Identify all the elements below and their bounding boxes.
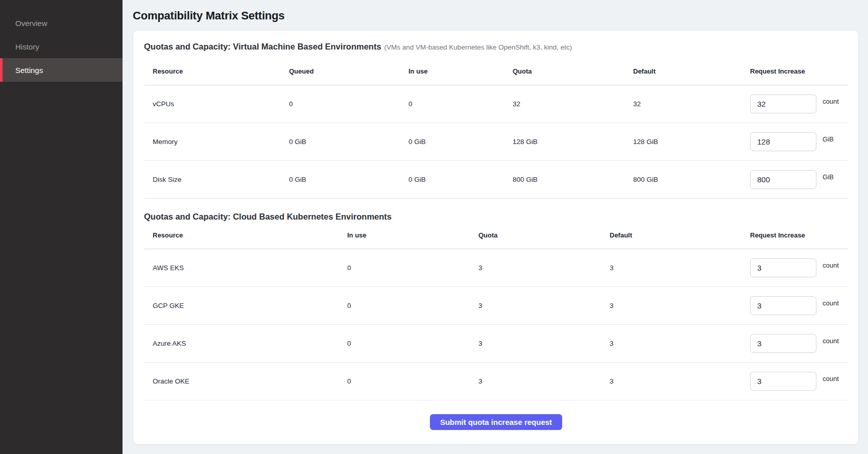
vm-col-queued: Queued <box>280 67 400 75</box>
oracle-oke-unit-label: count <box>823 375 839 383</box>
sidebar-item-overview-label: Overview <box>15 19 47 28</box>
gcp-gke-request-cell: count <box>741 296 848 315</box>
vcpus-unit-label: count <box>823 98 839 105</box>
gcp-gke-default-value: 3 <box>601 302 741 309</box>
submit-quota-increase-button[interactable]: Submit quota increase request <box>430 414 562 430</box>
aws-eks-request-cell: count <box>741 258 848 277</box>
vcpus-in-use-value: 0 <box>400 100 504 108</box>
memory-request-cell: GiB <box>741 132 848 151</box>
disk-default-value: 800 GiB <box>624 176 741 183</box>
gcp-gke-in-use-value: 0 <box>339 302 470 309</box>
vm-section-title: Quotas and Capacity: Virtual Machine Bas… <box>144 42 848 52</box>
quota-settings-card: Quotas and Capacity: Virtual Machine Bas… <box>133 30 859 445</box>
aws-eks-request-input[interactable] <box>750 258 816 277</box>
aws-eks-default-value: 3 <box>601 264 741 272</box>
oracle-oke-request-input[interactable] <box>750 372 816 391</box>
memory-queued-value: 0 GiB <box>280 138 400 146</box>
aws-eks-quota-value: 3 <box>470 264 601 272</box>
memory-quota-value: 128 GiB <box>504 138 624 146</box>
page-title: Compatibility Matrix Settings <box>133 9 859 22</box>
k8s-table-header-row: Resource In use Quota Default Request In… <box>144 223 848 249</box>
k8s-col-quota: Quota <box>470 231 601 239</box>
disk-unit-label: GiB <box>823 173 834 181</box>
vcpus-queued-value: 0 <box>280 100 400 108</box>
sidebar-item-settings[interactable]: Settings <box>0 58 123 82</box>
k8s-quota-table: Resource In use Quota Default Request In… <box>144 223 848 400</box>
vcpus-default-value: 32 <box>624 100 741 108</box>
gcp-gke-quota-value: 3 <box>470 302 601 309</box>
table-row-disk-size: Disk Size 0 GiB 0 GiB 800 GiB 800 GiB Gi… <box>144 161 848 199</box>
table-row-azure-aks: Azure AKS 0 3 3 count <box>144 325 848 363</box>
vm-col-resource: Resource <box>144 67 280 75</box>
memory-default-value: 128 GiB <box>624 138 741 146</box>
k8s-col-request-increase: Request Increase <box>741 231 848 239</box>
gcp-gke-request-input[interactable] <box>750 296 816 315</box>
disk-request-cell: GiB <box>741 170 848 189</box>
table-row-oracle-oke: Oracle OKE 0 3 3 count <box>144 363 848 400</box>
oracle-oke-request-cell: count <box>741 372 848 391</box>
table-row-gcp-gke: GCP GKE 0 3 3 count <box>144 287 848 325</box>
disk-queued-value: 0 GiB <box>280 176 400 183</box>
vcpus-request-input[interactable] <box>750 94 816 113</box>
memory-unit-label: GiB <box>823 135 834 143</box>
memory-resource-label: Memory <box>144 138 280 146</box>
table-row-aws-eks: AWS EKS 0 3 3 count <box>144 249 848 287</box>
memory-in-use-value: 0 GiB <box>400 138 504 146</box>
sidebar: Overview History Settings <box>0 0 123 454</box>
sidebar-item-settings-label: Settings <box>15 66 43 75</box>
vm-quota-table: Resource Queued In use Quota Default Req… <box>144 53 848 199</box>
vm-col-default: Default <box>624 67 741 75</box>
azure-aks-request-input[interactable] <box>750 334 816 353</box>
sidebar-item-history-label: History <box>15 42 39 51</box>
aws-eks-unit-label: count <box>823 261 839 269</box>
card-footer: Submit quota increase request <box>144 414 848 430</box>
vm-table-header-row: Resource Queued In use Quota Default Req… <box>144 53 848 85</box>
oracle-oke-quota-value: 3 <box>470 377 601 385</box>
table-row-memory: Memory 0 GiB 0 GiB 128 GiB 128 GiB GiB <box>144 123 848 161</box>
vcpus-quota-value: 32 <box>504 100 624 108</box>
oracle-oke-default-value: 3 <box>601 377 741 385</box>
vm-section-subtitle: (VMs and VM-based Kubernetes like OpenSh… <box>384 43 572 51</box>
k8s-col-resource: Resource <box>144 231 339 239</box>
azure-aks-unit-label: count <box>823 337 839 345</box>
oracle-oke-resource-label: Oracle OKE <box>144 377 339 385</box>
azure-aks-in-use-value: 0 <box>339 340 470 347</box>
k8s-col-default: Default <box>601 231 741 239</box>
aws-eks-in-use-value: 0 <box>339 264 470 272</box>
azure-aks-default-value: 3 <box>601 340 741 347</box>
vm-section-title-text: Quotas and Capacity: Virtual Machine Bas… <box>144 42 381 51</box>
disk-resource-label: Disk Size <box>144 176 280 183</box>
disk-in-use-value: 0 GiB <box>400 176 504 183</box>
azure-aks-resource-label: Azure AKS <box>144 340 339 347</box>
vm-col-request-increase: Request Increase <box>741 67 848 75</box>
sidebar-item-history[interactable]: History <box>0 35 123 58</box>
memory-request-input[interactable] <box>750 132 816 151</box>
azure-aks-request-cell: count <box>741 334 848 353</box>
disk-request-input[interactable] <box>750 170 816 189</box>
vm-col-in-use: In use <box>400 67 504 75</box>
azure-aks-quota-value: 3 <box>470 340 601 347</box>
disk-quota-value: 800 GiB <box>504 176 624 183</box>
oracle-oke-in-use-value: 0 <box>339 377 470 385</box>
sidebar-item-overview[interactable]: Overview <box>0 11 123 35</box>
gcp-gke-resource-label: GCP GKE <box>144 302 339 309</box>
gcp-gke-unit-label: count <box>823 299 839 307</box>
main-content: Compatibility Matrix Settings Quotas and… <box>123 0 868 454</box>
k8s-col-in-use: In use <box>339 231 470 239</box>
table-row-vcpus: vCPUs 0 0 32 32 count <box>144 85 848 123</box>
k8s-section-title: Quotas and Capacity: Cloud Based Kuberne… <box>144 212 848 222</box>
vcpus-resource-label: vCPUs <box>144 100 280 108</box>
aws-eks-resource-label: AWS EKS <box>144 264 339 272</box>
vm-col-quota: Quota <box>504 67 624 75</box>
vcpus-request-cell: count <box>741 94 848 113</box>
